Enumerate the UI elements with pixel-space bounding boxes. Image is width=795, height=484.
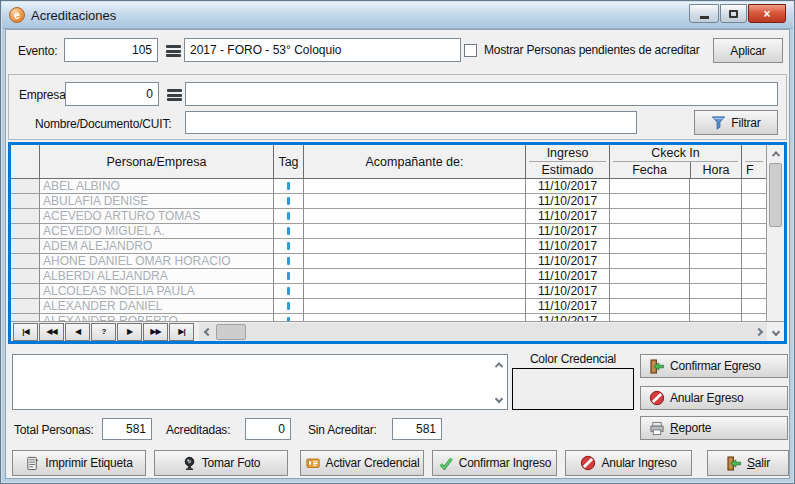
row-selector-cell[interactable] xyxy=(11,194,39,209)
persona-cell: ABULAFIA DENISE xyxy=(39,194,273,209)
row-selector-cell[interactable] xyxy=(11,179,39,194)
row-selector-cell[interactable] xyxy=(11,284,39,299)
row-selector-cell[interactable] xyxy=(11,314,39,321)
scroll-down-button[interactable] xyxy=(767,323,784,341)
table-row[interactable]: ABULAFIA DENISE 11/10/2017 xyxy=(11,194,766,209)
ingreso-estimado-cell: 11/10/2017 xyxy=(525,269,609,284)
color-credencial-box xyxy=(512,368,634,410)
evento-row: Evento: 105 2017 - FORO - 53° Coloquio M… xyxy=(6,38,789,64)
table-row[interactable]: ALCOLEAS NOELIA PAULA 11/10/2017 xyxy=(11,284,766,299)
scroll-left-button[interactable] xyxy=(199,323,216,341)
col-header-checkin-hora[interactable]: Hora xyxy=(690,162,742,178)
empresa-description-input[interactable] xyxy=(185,82,778,106)
busqueda-input[interactable] xyxy=(185,111,637,134)
nav-first-button[interactable]: |◀ xyxy=(13,323,38,341)
horizontal-scrollbar[interactable] xyxy=(199,323,767,341)
db-navigator: |◀◀◀◀?▶▶▶▶| xyxy=(13,323,195,341)
filtrar-button[interactable]: Filtrar xyxy=(694,110,778,135)
checkin-hora-cell xyxy=(689,194,741,209)
empresa-code-input[interactable]: 0 xyxy=(65,82,159,106)
row-selector-cell[interactable] xyxy=(11,254,39,269)
col-header-acompanante[interactable]: Acompañante de: xyxy=(303,145,525,178)
close-icon: × xyxy=(763,7,770,21)
checkin-hora-cell xyxy=(689,224,741,239)
nav-next-page-button[interactable]: ▶▶ xyxy=(143,323,168,341)
nav-prior-button[interactable]: ◀ xyxy=(65,323,90,341)
table-row[interactable]: ADEM ALEJANDRO 11/10/2017 xyxy=(11,239,766,254)
row-selector-cell[interactable] xyxy=(11,209,39,224)
ingreso-estimado-cell: 11/10/2017 xyxy=(525,254,609,269)
table-row[interactable]: ACEVEDO ARTURO TOMAS 11/10/2017 xyxy=(11,209,766,224)
table-row[interactable]: AHONE DANIEL OMAR HORACIO 11/10/2017 xyxy=(11,254,766,269)
col-header-checkin-group[interactable]: Ckeck In Fecha Hora xyxy=(609,145,741,178)
row-selector-cell[interactable] xyxy=(11,224,39,239)
empresa-lookup-menu-icon[interactable] xyxy=(167,89,182,101)
acompanante-cell xyxy=(303,314,525,321)
col-header-partial[interactable]: F xyxy=(741,145,766,178)
anular-egreso-button[interactable]: Anular Egreso xyxy=(640,386,788,410)
tag-cell xyxy=(273,239,303,254)
ingreso-estimado-cell: 11/10/2017 xyxy=(525,179,609,194)
row-selector-cell[interactable] xyxy=(11,299,39,314)
col-header-ingreso-estimado[interactable]: Ingreso Estimado xyxy=(525,145,609,178)
ingreso-estimado-cell: 11/10/2017 xyxy=(525,239,609,254)
tag-cell xyxy=(273,179,303,194)
horizontal-scroll-thumb[interactable] xyxy=(216,324,246,340)
tomar-foto-button[interactable]: Tomar Foto xyxy=(154,450,288,476)
extra-cell xyxy=(741,269,766,284)
maximize-icon xyxy=(729,10,738,18)
extra-cell xyxy=(741,224,766,239)
printer-icon xyxy=(649,421,665,436)
checkin-fecha-cell xyxy=(609,269,689,284)
table-row[interactable]: ABEL ALBINO 11/10/2017 xyxy=(11,179,766,194)
empresa-label: Empresa: xyxy=(19,88,69,102)
activar-credencial-button[interactable]: Activar Credencial xyxy=(300,450,424,476)
imprimir-etiqueta-button[interactable]: Imprimir Etiqueta xyxy=(12,450,146,476)
evento-lookup-menu-icon[interactable] xyxy=(166,45,181,57)
col-header-checkin-fecha[interactable]: Fecha xyxy=(610,162,690,178)
nav-help-button[interactable]: ? xyxy=(91,323,116,341)
table-row[interactable]: ALBERDI ALEJANDRA 11/10/2017 xyxy=(11,269,766,284)
vertical-scroll-thumb[interactable] xyxy=(769,163,782,227)
reporte-button[interactable]: Reporte xyxy=(640,416,788,440)
check-icon xyxy=(438,456,454,471)
table-row[interactable]: ALEXANDER ROBERTO 11/10/2017 xyxy=(11,314,766,321)
row-selector-cell[interactable] xyxy=(11,239,39,254)
salir-button[interactable]: Salir xyxy=(707,450,789,476)
col-header-selector[interactable] xyxy=(11,145,39,178)
nav-last-button[interactable]: ▶| xyxy=(169,323,194,341)
checkin-fecha-cell xyxy=(609,284,689,299)
tag-marker-icon xyxy=(287,272,290,280)
evento-code-input[interactable]: 105 xyxy=(64,38,158,62)
minimize-button[interactable] xyxy=(689,4,719,23)
scroll-up-button[interactable] xyxy=(767,145,784,162)
persona-cell: ALCOLEAS NOELIA PAULA xyxy=(39,284,273,299)
row-selector-cell[interactable] xyxy=(11,269,39,284)
pendientes-checkbox[interactable] xyxy=(464,44,477,57)
nav-prior-page-button[interactable]: ◀◀ xyxy=(39,323,64,341)
aplicar-button[interactable]: Aplicar xyxy=(713,38,783,63)
maximize-button[interactable] xyxy=(720,4,747,23)
vertical-scrollbar[interactable] xyxy=(766,145,784,321)
total-personas-value: 581 xyxy=(102,418,152,440)
col-header-persona[interactable]: Persona/Empresa xyxy=(39,145,273,178)
acompanante-cell xyxy=(303,224,525,239)
tag-marker-icon xyxy=(287,182,290,190)
anular-ingreso-button[interactable]: Anular Ingreso xyxy=(565,450,692,476)
ingreso-estimado-cell: 11/10/2017 xyxy=(525,209,609,224)
close-button[interactable]: × xyxy=(748,4,786,23)
confirmar-egreso-button[interactable]: Confirmar Egreso xyxy=(640,354,788,378)
confirmar-ingreso-button[interactable]: Confirmar Ingreso xyxy=(432,450,557,476)
col-header-tag[interactable]: Tag xyxy=(273,145,303,178)
tag-marker-icon xyxy=(287,197,290,205)
filter-panel: Empresa: 0 Nombre/Documento/CUIT: Filtra… xyxy=(8,74,787,140)
table-row[interactable]: ALEXANDER DANIEL 11/10/2017 xyxy=(11,299,766,314)
nav-next-button[interactable]: ▶ xyxy=(117,323,142,341)
checkin-fecha-cell xyxy=(609,209,689,224)
table-row[interactable]: ACEVEDO MIGUEL A. 11/10/2017 xyxy=(11,224,766,239)
scroll-right-button[interactable] xyxy=(750,323,767,341)
acreditadas-label: Acreditadas: xyxy=(166,423,230,437)
tag-cell xyxy=(273,224,303,239)
observaciones-textarea[interactable] xyxy=(12,354,508,410)
evento-description-input[interactable]: 2017 - FORO - 53° Coloquio xyxy=(184,38,461,62)
